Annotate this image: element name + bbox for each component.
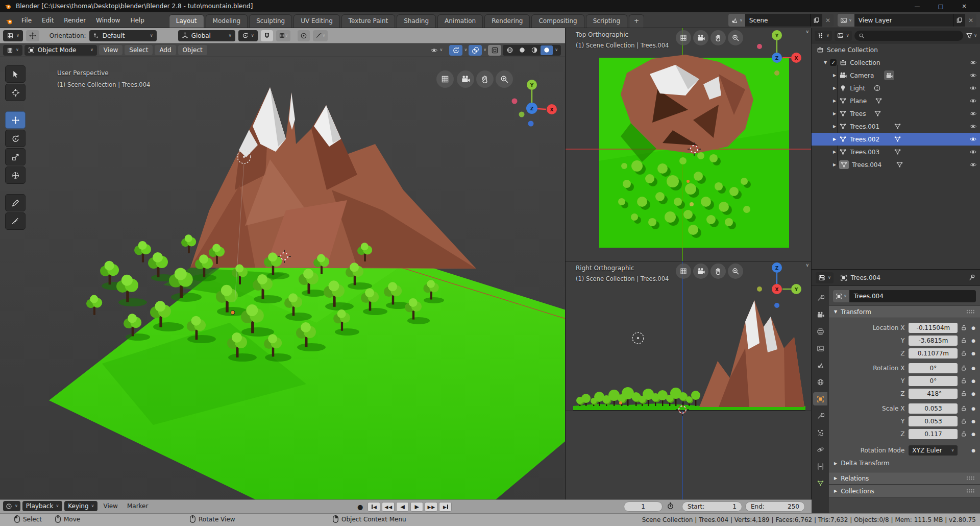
record-button[interactable]: ●: [357, 503, 363, 511]
rotation-x-field[interactable]: 0°: [909, 363, 958, 373]
jump-to-end-button[interactable]: ▶: [439, 502, 452, 512]
lock-icon[interactable]: [958, 390, 970, 397]
view-layer-icon-dropdown[interactable]: ∨: [838, 14, 854, 27]
collection-checkbox[interactable]: ✓: [830, 59, 837, 66]
tab-modeling[interactable]: Modeling: [206, 14, 248, 28]
tab-tool[interactable]: [813, 291, 827, 304]
scene-copy-button[interactable]: [810, 14, 822, 27]
animate-dot[interactable]: ●: [970, 419, 977, 424]
animate-dot[interactable]: ●: [970, 325, 977, 330]
tool-measure[interactable]: [5, 212, 26, 230]
add-workspace-button[interactable]: +: [629, 14, 644, 28]
panel-grip[interactable]: [966, 489, 975, 493]
menu-file[interactable]: File: [16, 14, 37, 28]
disclosure-closed-icon[interactable]: ▶: [833, 73, 836, 78]
tool-cursor[interactable]: [5, 84, 26, 101]
animate-dot[interactable]: ●: [970, 366, 977, 371]
outliner-row-trees-004[interactable]: ▶ Trees.004: [812, 158, 980, 171]
timeline-view-menu[interactable]: View: [100, 501, 121, 511]
scene-icon-dropdown[interactable]: ∨: [728, 14, 745, 27]
transform-panel-header[interactable]: ▼ Transform: [829, 305, 980, 318]
tab-scripting[interactable]: Scripting: [586, 14, 627, 28]
animate-dot[interactable]: ●: [970, 391, 977, 396]
light-data-badge[interactable]: [873, 84, 881, 92]
location-z-field[interactable]: 0.11077m: [909, 348, 958, 358]
visibility-eye-toggle[interactable]: [969, 97, 977, 105]
transform-space-dropdown[interactable]: Global ∨: [178, 30, 235, 41]
tab-modifiers[interactable]: [813, 409, 827, 422]
disclosure-closed-icon[interactable]: ▶: [833, 124, 836, 129]
shading-rendered-button[interactable]: [541, 45, 553, 55]
lock-icon[interactable]: [958, 377, 970, 384]
view-layer-name-field[interactable]: View Layer: [854, 14, 953, 27]
object-id-dropdown[interactable]: ∨: [833, 290, 849, 302]
tool-rotate[interactable]: [5, 130, 26, 147]
zoom-view-button[interactable]: [728, 264, 743, 279]
animate-dot[interactable]: ●: [970, 432, 977, 437]
panel-grip[interactable]: [966, 309, 975, 314]
rotation-z-field[interactable]: -418°: [909, 389, 958, 399]
mesh-data-badge[interactable]: [894, 123, 901, 130]
menu-render[interactable]: Render: [59, 14, 91, 28]
viewport-editor-type-button[interactable]: ∨: [3, 45, 22, 56]
visibility-eye-toggle[interactable]: [969, 123, 977, 130]
frame-start-field[interactable]: Start:1: [682, 501, 742, 512]
lock-icon[interactable]: [958, 324, 970, 331]
menu-edit[interactable]: Edit: [37, 14, 59, 28]
disclosure-closed-icon[interactable]: ▶: [833, 99, 836, 103]
camera-view-button[interactable]: [457, 70, 474, 88]
visibility-eye-toggle[interactable]: [969, 110, 977, 117]
camera-view-button[interactable]: [693, 30, 708, 45]
object-name-field[interactable]: Trees.004: [849, 290, 976, 302]
mesh-data-badge[interactable]: [896, 161, 903, 169]
visibility-eye-toggle[interactable]: [969, 84, 977, 92]
snap-toggle[interactable]: [261, 30, 273, 41]
prev-keyframe-button[interactable]: ◀◀: [382, 502, 395, 512]
keying-menu[interactable]: Keying∨: [64, 501, 97, 511]
falloff-dropdown[interactable]: ∨: [313, 30, 328, 41]
outliner-row-light[interactable]: ▶ Light: [812, 82, 980, 94]
xray-toggle[interactable]: [488, 45, 501, 56]
mesh-data-badge[interactable]: [894, 148, 901, 156]
animate-dot[interactable]: ●: [970, 406, 977, 411]
outliner-row-scene-collection[interactable]: Scene Collection: [812, 43, 980, 56]
scene-name-field[interactable]: Scene: [745, 14, 810, 27]
disclosure-closed-icon[interactable]: ▶: [833, 86, 836, 90]
tab-texture-paint[interactable]: Texture Paint: [341, 14, 395, 28]
mesh-data-badge[interactable]: [874, 110, 881, 117]
mode-dropdown[interactable]: Object Mode ∨: [24, 45, 97, 56]
properties-editor-type-button[interactable]: ∨: [816, 272, 834, 283]
outliner-row-plane[interactable]: ▶ Plane: [812, 94, 980, 107]
maximize-button[interactable]: □: [929, 0, 952, 12]
lock-icon[interactable]: [958, 337, 970, 344]
scale-x-field[interactable]: 0.053: [909, 403, 958, 414]
camera-data-badge[interactable]: [884, 70, 894, 80]
menu-window[interactable]: Window: [91, 14, 125, 28]
ortho-grid-button[interactable]: [436, 70, 454, 88]
pan-view-button[interactable]: [476, 70, 494, 88]
orientation-dropdown[interactable]: Default ∨: [89, 30, 157, 41]
tab-rendering[interactable]: Rendering: [484, 14, 530, 28]
tab-world[interactable]: [813, 375, 827, 389]
lock-icon[interactable]: [958, 350, 970, 356]
app-menu-button[interactable]: [0, 17, 16, 28]
ortho-grid-button[interactable]: [676, 264, 691, 279]
tab-particles[interactable]: [813, 426, 827, 439]
overlays-toggle[interactable]: [469, 45, 482, 56]
tab-layout[interactable]: Layout: [169, 14, 204, 28]
chevron-down-icon[interactable]: ∨: [483, 48, 486, 52]
outliner-row-collection[interactable]: ▼ ✓ Collection: [812, 56, 980, 69]
tab-animation[interactable]: Animation: [437, 14, 483, 28]
right-ortho-viewport[interactable]: Right Orthographic (1) Scene Collection …: [566, 261, 811, 499]
tab-uv-editing[interactable]: UV Editing: [293, 14, 340, 28]
close-button[interactable]: ✕: [952, 0, 976, 12]
viewport-menu-select[interactable]: Select: [125, 45, 153, 55]
camera-view-button[interactable]: [693, 264, 708, 279]
disclosure-closed-icon[interactable]: ▶: [833, 162, 836, 167]
playback-menu[interactable]: Playback∨: [22, 501, 62, 511]
current-frame-field[interactable]: 1: [624, 501, 663, 512]
delta-transform-panel-header[interactable]: ▶Delta Transform: [829, 457, 980, 470]
disclosure-closed-icon[interactable]: ▶: [833, 137, 836, 141]
menu-help[interactable]: Help: [125, 14, 149, 28]
use-preview-range-button[interactable]: [667, 502, 674, 510]
